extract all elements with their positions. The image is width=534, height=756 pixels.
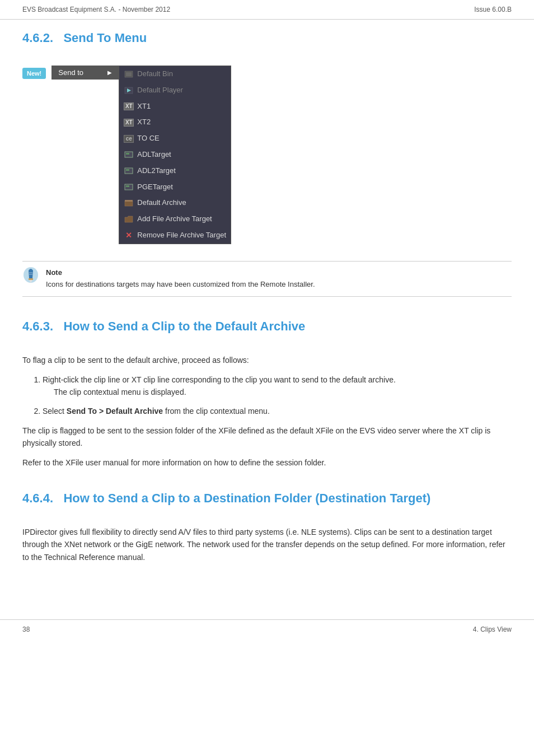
ce-icon: ce — [124, 135, 134, 143]
menu-item-default-bin-label: Default Bin — [137, 68, 173, 80]
section-463-intro: To flag a clip to be sent to the default… — [22, 354, 512, 366]
step-2: Select Send To > Default Archive from th… — [43, 405, 512, 417]
menu-item-adl2-label: ADL2Target — [137, 165, 176, 177]
svg-rect-5 — [126, 153, 129, 155]
note-title: Note — [46, 268, 315, 277]
section-463-steps: Right-click the clip line or XT clip lin… — [43, 374, 512, 418]
section-464: 4.6.4. How to Send a Clip to a Destinati… — [22, 491, 512, 563]
step-1: Right-click the clip line or XT clip lin… — [43, 374, 512, 399]
menu-item-adl2-target[interactable]: ADL2Target — [119, 163, 231, 179]
adl2-icon — [124, 167, 134, 175]
remove-icon: ✕ — [124, 231, 134, 239]
svg-rect-1 — [126, 72, 132, 76]
header-right: Issue 6.00.B — [474, 6, 512, 13]
section-464-para1: IPDirector gives full flexibility to dir… — [22, 526, 512, 563]
menu-demo-area: New! Send to ▶ Default Bin — [22, 66, 512, 244]
menu-item-to-ce-label: TO CE — [137, 133, 160, 144]
menu-item-default-player-label: Default Player — [137, 85, 183, 96]
send-to-arrow: ▶ — [107, 69, 112, 76]
page-header: EVS Broadcast Equipment S.A. - November … — [0, 0, 534, 20]
section-463-para2: Refer to the XFile user manual for more … — [22, 456, 512, 469]
section-463: 4.6.3. How to Send a Clip to the Default… — [22, 319, 512, 469]
send-to-dropdown: Default Bin Default Player XT XT1 — [119, 66, 231, 244]
xt1-icon: XT — [124, 102, 134, 110]
menu-item-xt1[interactable]: XT XT1 — [119, 99, 231, 115]
menu-item-default-bin[interactable]: Default Bin — [119, 66, 231, 82]
send-to-button[interactable]: Send to ▶ — [51, 66, 119, 80]
header-left: EVS Broadcast Equipment S.A. - November … — [22, 6, 170, 13]
note-pencil-icon — [22, 266, 39, 288]
menu-item-default-archive[interactable]: Default Archive — [119, 195, 231, 211]
note-content: Note Icons for destinations targets may … — [46, 268, 315, 290]
section-463-title: 4.6.3. How to Send a Clip to the Default… — [22, 319, 305, 334]
footer-left: 38 — [22, 626, 30, 633]
player-icon — [124, 86, 134, 94]
context-menu-container: Send to ▶ Default Bin — [51, 66, 231, 244]
menu-item-adl-target[interactable]: ADLTarget — [119, 147, 231, 163]
section-463-heading: 4.6.3. How to Send a Clip to the Default… — [22, 319, 512, 345]
section-462-title: 4.6.2. Send To Menu — [22, 31, 147, 45]
svg-rect-10 — [125, 201, 133, 206]
svg-rect-11 — [125, 200, 133, 202]
xt2-icon: XT — [124, 119, 134, 127]
menu-item-pge-label: PGETarget — [137, 181, 173, 193]
menu-item-default-player[interactable]: Default Player — [119, 82, 231, 99]
section-462-heading: 4.6.2. Send To Menu — [22, 31, 512, 57]
pge-icon — [124, 183, 134, 191]
section-464-title: 4.6.4. How to Send a Clip to a Destinati… — [22, 491, 430, 506]
menu-item-remove-file-archive-label: Remove File Archive Target — [137, 230, 226, 241]
menu-item-add-file-archive[interactable]: Add File Archive Target — [119, 211, 231, 227]
add-folder-icon — [124, 216, 134, 223]
menu-item-default-archive-label: Default Archive — [137, 197, 186, 209]
menu-item-remove-file-archive[interactable]: ✕ Remove File Archive Target — [119, 227, 231, 244]
note-box: Note Icons for destinations targets may … — [22, 261, 512, 297]
send-to-label: Send to — [58, 68, 83, 77]
section-463-para1: The clip is flagged to be sent to the se… — [22, 424, 512, 450]
note-text: Icons for destinations targets may have … — [46, 279, 315, 290]
adl-icon — [124, 151, 134, 158]
section-462: 4.6.2. Send To Menu New! Send to ▶ — [22, 31, 512, 297]
menu-item-xt1-label: XT1 — [137, 101, 151, 113]
section-464-heading: 4.6.4. How to Send a Clip to a Destinati… — [22, 491, 512, 517]
archive-icon — [124, 199, 134, 207]
page-footer: 38 4. Clips View — [0, 619, 534, 639]
menu-item-xt2-label: XT2 — [137, 116, 151, 128]
step-1-sub: The clip contextual menu is displayed. — [54, 386, 512, 398]
menu-item-add-file-archive-label: Add File Archive Target — [137, 213, 212, 225]
menu-item-pge-target[interactable]: PGETarget — [119, 179, 231, 195]
menu-item-to-ce[interactable]: ce TO CE — [119, 130, 231, 147]
menu-item-xt2[interactable]: XT XT2 — [119, 114, 231, 130]
svg-rect-13 — [29, 278, 33, 280]
svg-rect-7 — [126, 169, 129, 171]
svg-rect-9 — [126, 185, 129, 187]
footer-right: 4. Clips View — [473, 626, 512, 633]
menu-item-adl-label: ADLTarget — [137, 149, 171, 161]
bin-icon — [124, 70, 134, 78]
new-badge: New! — [22, 68, 46, 79]
